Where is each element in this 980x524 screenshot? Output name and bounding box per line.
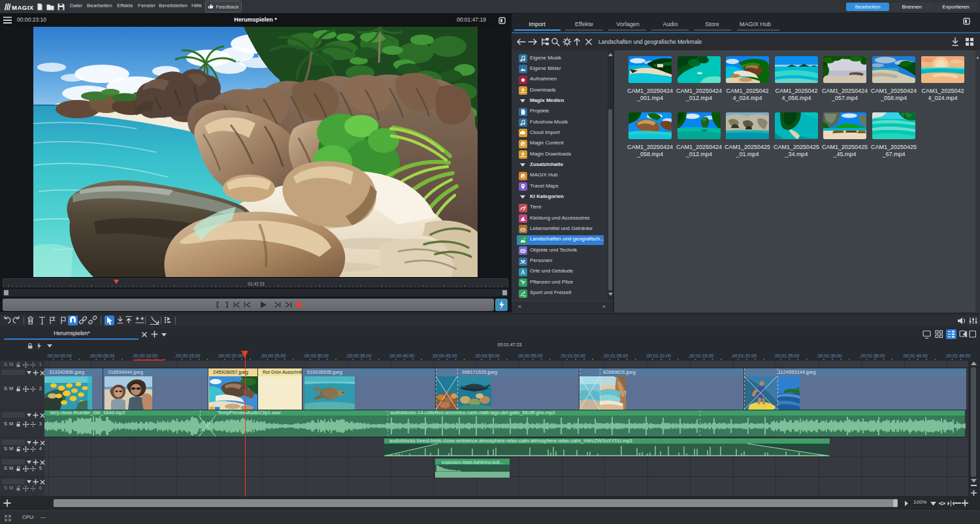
svg-text:,00:01:10:00: ,00:01:10:00 <box>645 353 671 358</box>
svg-text:01:47:23: 01:47:23 <box>248 282 265 286</box>
svg-text:Landschaften und geografische: Landschaften und geografische Merkmale <box>598 39 702 45</box>
svg-text:,00:01:35:00: ,00:01:35:00 <box>860 353 885 358</box>
svg-text:,00:00:45:00: ,00:00:45:00 <box>432 353 457 358</box>
svg-text:,00:01:30:00: ,00:01:30:00 <box>817 353 842 358</box>
svg-text:,00:01:00:00: ,00:01:00:00 <box>560 353 585 358</box>
svg-text:,00:01:45:00: ,00:01:45:00 <box>945 353 971 358</box>
svg-text:,00:00:50:00: ,00:00:50:00 <box>474 353 500 358</box>
svg-text:,00:00:10:00: ,00:00:10:00 <box>132 353 157 358</box>
svg-text:,00:00:20:00: ,00:00:20:00 <box>218 353 243 358</box>
svg-text:,00:00:00:00: ,00:00:00:00 <box>46 353 72 358</box>
svg-text:,00:00:25:00: ,00:00:25:00 <box>261 353 286 358</box>
svg-text:,00:00:55:00: ,00:00:55:00 <box>517 353 543 358</box>
svg-text:,00:00:30:00: ,00:00:30:00 <box>303 353 329 358</box>
svg-text:,00:01:25:00: ,00:01:25:00 <box>774 353 800 358</box>
svg-text:,00:00:05:00: ,00:00:05:00 <box>90 353 115 358</box>
svg-text:,00:00:40:00: ,00:00:40:00 <box>389 353 414 358</box>
svg-text:,00:01:20:00: ,00:01:20:00 <box>731 353 757 358</box>
svg-text:,00:00:35:00: ,00:00:35:00 <box>346 353 372 358</box>
svg-text:,00:01:05:00: ,00:01:05:00 <box>603 353 629 358</box>
svg-text:,00:01:15:00: ,00:01:15:00 <box>689 353 714 358</box>
svg-text:,00:01:40:00: ,00:01:40:00 <box>902 353 928 358</box>
svg-text:,00:00:15:00: ,00:00:15:00 <box>175 353 201 358</box>
